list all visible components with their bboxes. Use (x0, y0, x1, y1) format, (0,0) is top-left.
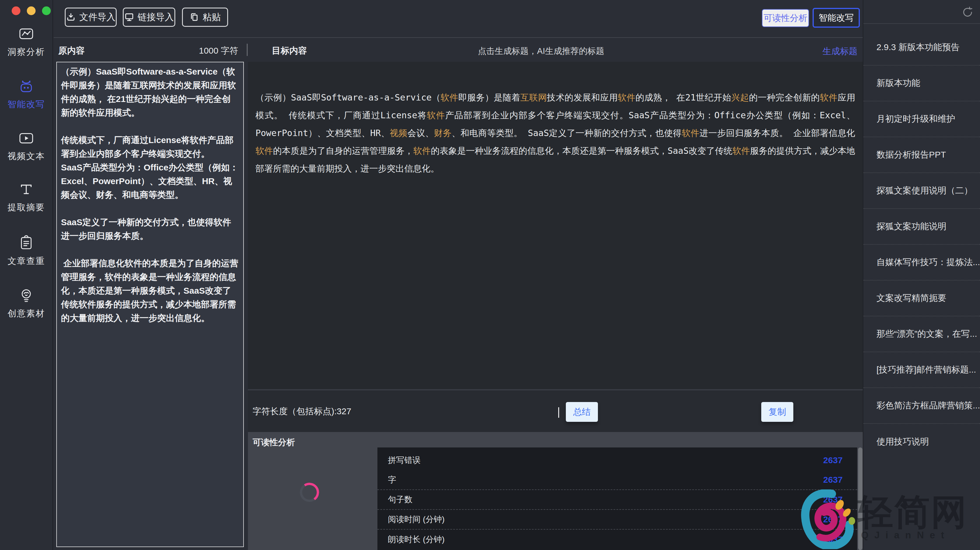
sidebar-item-label: 洞察分析 (0, 46, 52, 58)
sidebar-item-label: 创意素材 (0, 307, 52, 320)
paste-icon (189, 12, 199, 22)
highlighted-term: 软件 (618, 92, 636, 103)
document-list-item[interactable]: 探狐文案功能说明 (863, 209, 980, 245)
highlighted-term: 软件 (732, 146, 750, 156)
document-list-item[interactable]: 月初定时升级和维护 (863, 101, 980, 137)
header-divider (247, 44, 248, 56)
video-play-icon (0, 130, 52, 146)
target-text-segment: （示例）SaaS即Software-as-a-Service（ (256, 92, 441, 103)
stat-label: 字 (388, 474, 396, 485)
document-list-item[interactable]: 新版本功能 (863, 65, 980, 101)
minimize-window-icon[interactable] (27, 6, 36, 15)
highlighted-term: 软件 (427, 110, 445, 120)
copy-label: 复制 (768, 406, 786, 418)
stat-value: 2637 (823, 534, 843, 544)
source-char-count: 1000 字符 (199, 45, 238, 57)
highlighted-term: 软件 (820, 92, 838, 103)
target-text-segment: 的表象是一种业务流程的信息化，本质还是第一种服务模式，SaaS改变了传统 (431, 146, 732, 156)
source-content-label: 原内容 (58, 45, 84, 57)
zoom-window-icon[interactable] (42, 6, 51, 15)
generate-title-placeholder: 点击生成标题，AI生成推荐的标题 (248, 46, 834, 57)
stat-row: 句子数2637 (377, 490, 857, 510)
target-text-segment: 即服务）是随着 (458, 92, 520, 103)
sidebar-item-clipboard-check[interactable]: 文章查重 (0, 235, 52, 267)
target-editor[interactable]: （示例）SaaS即Software-as-a-Service（软件即服务）是随着… (248, 62, 863, 389)
stat-value: 2637 (823, 455, 843, 465)
target-char-length: 字符长度（包括标点):327 (253, 406, 351, 417)
import-link-label: 链接导入 (138, 11, 174, 23)
document-list-item[interactable]: 2.9.3 新版本功能预告 (863, 30, 980, 65)
monitor-icon (124, 12, 134, 22)
left-sidebar: 洞察分析智能改写视频文本提取摘要文章查重创意素材 (0, 0, 53, 550)
sidebar-item-insight-chart[interactable]: 洞察分析 (0, 25, 52, 58)
sidebar-item-extract-text[interactable]: 提取摘要 (0, 181, 52, 214)
copy-button[interactable]: 复制 (761, 402, 793, 422)
document-list-item[interactable]: 自媒体写作技巧：提炼法... (863, 245, 980, 281)
readability-section: 可读性分析 拼写错误2637字2637句子数2637阅读时间 (分钟)2637朗… (248, 432, 863, 550)
target-text-segment: 进一步回归服务本质。 企业部署信息化 (699, 128, 855, 138)
highlighted-term: 软件 (413, 146, 431, 156)
close-window-icon[interactable] (12, 6, 21, 15)
sidebar-item-idea-bulb[interactable]: 创意素材 (0, 287, 52, 320)
highlighted-term: 兴起 (731, 92, 749, 103)
document-list-header (863, 0, 980, 24)
sidebar-item-robot[interactable]: 智能改写 (0, 78, 52, 110)
loading-spinner-icon (298, 481, 321, 503)
document-list-item[interactable]: 使用技巧说明 (863, 424, 980, 460)
target-text-segment: 的本质是为了自身的运营管理服务， (273, 146, 413, 156)
highlighted-term: 财务 (434, 128, 452, 138)
target-text-segment: 的一种完全创新的 (749, 92, 820, 103)
import-file-label: 文件导入 (80, 11, 116, 23)
sidebar-item-label: 视频文本 (0, 150, 52, 162)
editor-bottom-bar: 字符长度（包括标点):327 总结 复制 (248, 389, 863, 432)
smart-rewrite-button[interactable]: 智能改写 (813, 8, 860, 28)
target-text-segment: 的成熟， 在21世纪开始 (636, 92, 731, 103)
app-window: 洞察分析智能改写视频文本提取摘要文章查重创意素材 文件导入 链接导入 (0, 0, 980, 550)
paste-label: 粘贴 (203, 11, 221, 23)
clipboard-check-icon (0, 235, 52, 251)
readability-title: 可读性分析 (253, 437, 295, 449)
document-list-item[interactable]: 探狐文案使用说明（二） (863, 173, 980, 209)
document-list-item[interactable]: 彩色简洁方框品牌营销策... (863, 388, 980, 424)
stat-value: 2637 (823, 475, 843, 485)
generate-title-link[interactable]: 生成标题 (822, 46, 858, 57)
table-scrollbar[interactable] (858, 447, 862, 550)
readability-analysis-label: 可读性分析 (764, 12, 807, 24)
summarize-button[interactable]: 总结 (566, 402, 598, 422)
stat-row: 阅读时间 (分钟)2637 (377, 510, 857, 529)
readability-stats-table: 拼写错误2637字2637句子数2637阅读时间 (分钟)2637朗读时长 (分… (377, 447, 857, 550)
stat-row: 字2637 (377, 470, 857, 490)
target-text-segment: 技术的发展和应用 (547, 92, 618, 103)
sidebar-item-video-play[interactable]: 视频文本 (0, 130, 52, 162)
paste-button[interactable]: 粘贴 (182, 8, 228, 27)
document-list-panel: 2.9.3 新版本功能预告新版本功能月初定时升级和维护数据分析报告PPT探狐文案… (863, 0, 980, 550)
document-list-item[interactable]: 文案改写精简扼要 (863, 281, 980, 316)
download-icon (66, 12, 76, 22)
highlighted-term: 软件 (256, 146, 273, 156)
stat-label: 朗读时长 (分钟) (388, 534, 444, 545)
refresh-icon[interactable] (962, 6, 974, 18)
extract-text-icon (0, 181, 52, 198)
toolbar: 文件导入 链接导入 粘贴 可读性分析 智能改写 (54, 0, 863, 38)
highlighted-term: 视频 (390, 128, 407, 138)
source-textarea[interactable]: （示例）SaaS即Software-as-a-Service（软件即服务）是随着… (56, 62, 244, 547)
idea-bulb-icon (0, 287, 52, 304)
document-list-item[interactable]: 数据分析报告PPT (863, 137, 980, 173)
target-text-segment: 、和电商等类型。 SaaS定义了一种新的交付方式，也使得 (452, 128, 682, 138)
document-list-item[interactable]: 那些“漂亮”的文案，在写... (863, 316, 980, 352)
sidebar-item-label: 提取摘要 (0, 201, 52, 214)
highlighted-term: 软件 (441, 92, 458, 103)
stat-value: 2637 (823, 514, 843, 525)
import-file-button[interactable]: 文件导入 (65, 8, 117, 27)
sidebar-item-label: 智能改写 (0, 98, 52, 110)
stat-row: 朗读时长 (分钟)2637 (377, 529, 857, 549)
insight-chart-icon (0, 25, 52, 42)
window-controls[interactable] (12, 6, 51, 15)
import-link-button[interactable]: 链接导入 (123, 8, 175, 27)
sidebar-item-label: 文章查重 (0, 255, 52, 267)
readability-analysis-button[interactable]: 可读性分析 (762, 9, 809, 27)
smart-rewrite-label: 智能改写 (819, 12, 854, 24)
highlighted-term: 软件 (682, 128, 699, 138)
content-header: 原内容 1000 字符 目标内容 点击生成标题，AI生成推荐的标题 生成标题 (54, 38, 863, 62)
document-list-item[interactable]: [技巧推荐]邮件营销标题... (863, 352, 980, 388)
